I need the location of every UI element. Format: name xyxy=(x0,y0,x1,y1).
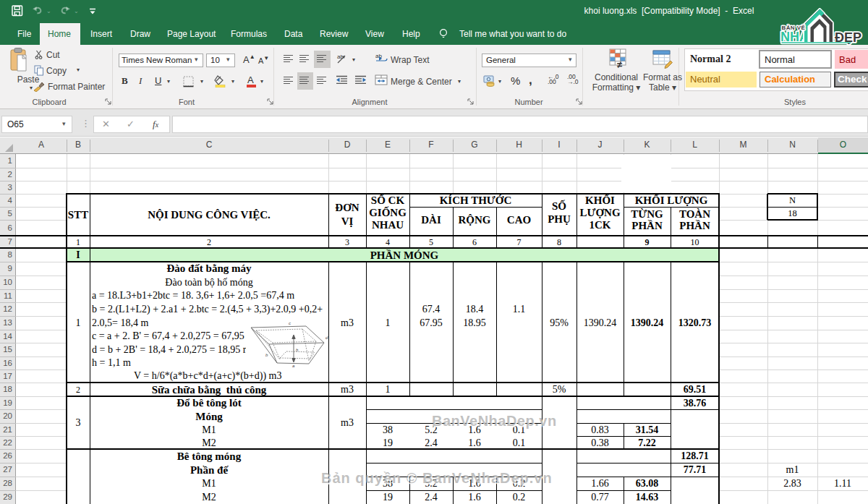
svg-text:d: d xyxy=(326,336,328,340)
svg-text:≠: ≠ xyxy=(617,59,622,69)
svg-text:c: c xyxy=(289,321,291,325)
svg-text:ab: ab xyxy=(337,54,344,60)
svg-text:BẢN VẼ: BẢN VẼ xyxy=(782,25,806,31)
